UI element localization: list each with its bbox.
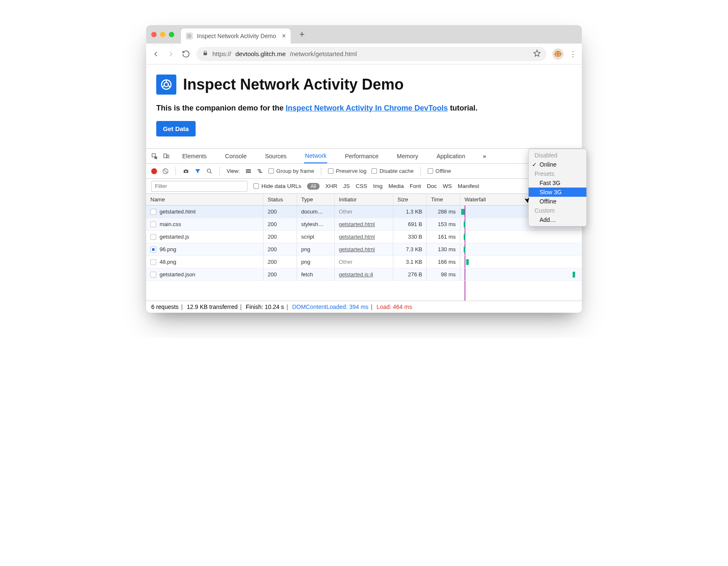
tab-performance[interactable]: Performance [344,149,379,163]
window-controls [151,32,174,37]
table-row[interactable]: getstarted.html200docum…Other1.3 KB288 m… [146,206,582,218]
minimize-window-icon[interactable] [160,32,165,37]
file-icon [150,247,156,252]
large-rows-icon[interactable] [245,168,252,175]
initiator-link[interactable]: getstarted.html [339,246,375,252]
menu-item-slow-3g[interactable]: Slow 3G [529,188,586,197]
page-intro: This is the companion demo for the Inspe… [156,104,572,113]
tab-sources[interactable]: Sources [264,149,287,163]
initiator-link[interactable]: getstarted.html [339,221,375,227]
table-row[interactable]: 48.png200pngOther3.1 KB166 ms [146,256,582,268]
filter-chip-font[interactable]: Font [410,183,421,189]
intro-prefix: This is the companion demo for the [156,104,286,112]
hide-data-urls-checkbox[interactable]: Hide data URLs [253,183,301,189]
file-icon [150,272,156,278]
svg-rect-13 [258,169,261,170]
svg-rect-15 [259,172,262,173]
tutorial-link[interactable]: Inspect Network Activity In Chrome DevTo… [286,104,448,112]
summary-requests: 6 requests [151,304,178,310]
browser-window: Inspect Network Activity Demo × + https:… [146,25,582,313]
svg-point-3 [164,82,168,87]
table-row[interactable]: main.css200stylesh…getstarted.html691 B1… [146,218,582,231]
col-type[interactable]: Type [297,194,335,205]
col-time[interactable]: Time [427,194,460,205]
record-button[interactable] [151,168,157,174]
new-tab-button[interactable]: + [299,29,305,40]
col-status[interactable]: Status [263,194,297,205]
tab-elements[interactable]: Elements [181,149,207,163]
toolbar: https://devtools.glitch.me/network/getst… [146,44,582,64]
summary-load: Load: 464 ms [377,304,412,310]
file-icon [150,234,156,240]
svg-rect-12 [246,172,251,173]
back-button[interactable] [151,49,160,59]
filter-chip-css[interactable]: CSS [356,183,367,189]
svg-point-0 [188,34,191,38]
device-toggle-icon[interactable] [163,153,170,160]
table-header: NameStatusTypeInitiatorSizeTimeWaterfall [146,194,582,206]
menu-item-online[interactable]: Online [529,160,586,169]
filter-toggle-icon[interactable] [194,168,201,175]
offline-checkbox[interactable]: Offline [428,168,451,174]
bookmark-icon[interactable] [533,49,541,58]
menu-header: Custom [529,206,586,215]
screenshot-icon[interactable] [183,168,189,175]
menu-item-offline[interactable]: Offline [529,197,586,206]
close-tab-icon[interactable]: × [282,33,286,39]
chrome-menu-icon[interactable]: ⋮ [569,49,577,59]
group-by-frame-checkbox[interactable]: Group by frame [268,168,314,174]
fullscreen-window-icon[interactable] [169,32,174,37]
tab-application[interactable]: Application [436,149,466,163]
network-table: NameStatusTypeInitiatorSizeTimeWaterfall… [146,194,582,301]
filter-chip-xhr[interactable]: XHR [325,183,338,189]
devtools-panel: ElementsConsoleSourcesNetworkPerformance… [146,148,582,313]
filter-chip-img[interactable]: Img [373,183,383,189]
close-window-icon[interactable] [151,32,157,37]
chrome-logo-icon [156,75,176,95]
col-size[interactable]: Size [393,194,427,205]
waterfall-view-icon[interactable] [257,168,263,175]
search-icon[interactable] [206,168,213,175]
table-spacer [146,281,582,301]
url-scheme: https:// [212,50,231,57]
initiator-link[interactable]: getstarted.js:4 [339,271,373,278]
filter-chip-doc[interactable]: Doc [427,183,437,189]
forward-button[interactable] [166,49,176,59]
page-content: Inspect Network Activity Demo This is th… [146,64,582,148]
disable-cache-checkbox[interactable]: Disable cache [372,168,414,174]
filter-input[interactable] [151,181,248,192]
browser-tab[interactable]: Inspect Network Activity Demo × [181,28,291,44]
table-row[interactable]: getstarted.json200fetchgetstarted.js:427… [146,268,582,281]
reload-button[interactable] [181,49,191,59]
tab-network[interactable]: Network [304,149,327,163]
clear-icon[interactable] [162,168,169,175]
menu-item-add-[interactable]: Add… [529,215,586,224]
svg-point-8 [185,170,187,172]
col-name[interactable]: Name [146,194,263,205]
filter-chip-manifest[interactable]: Manifest [458,183,479,189]
profile-avatar[interactable]: 🐵 [552,49,563,59]
svg-rect-11 [246,170,251,171]
initiator-link[interactable]: getstarted.html [339,234,375,240]
intro-suffix: tutorial. [448,104,478,112]
preserve-log-checkbox[interactable]: Preserve log [328,168,367,174]
filter-chip-js[interactable]: JS [343,183,350,189]
tab-title: Inspect Network Activity Demo [197,33,276,39]
summary-transferred: 12.9 KB transferred [187,304,238,310]
throttling-menu: DisabledOnlinePresetsFast 3GSlow 3GOffli… [528,149,587,226]
filter-chip-media[interactable]: Media [388,183,404,189]
view-label: View: [227,168,240,174]
tab-strip: Inspect Network Activity Demo × + [146,25,582,44]
tab-console[interactable]: Console [224,149,247,163]
col-initiator[interactable]: Initiator [335,194,393,205]
menu-item-fast-3g[interactable]: Fast 3G [529,178,586,188]
inspect-element-icon[interactable] [151,153,158,160]
get-data-button[interactable]: Get Data [156,121,196,136]
filter-chip-ws[interactable]: WS [443,183,452,189]
table-row[interactable]: getstarted.js200scriptgetstarted.html330… [146,231,582,243]
tab-memory[interactable]: Memory [396,149,419,163]
address-bar[interactable]: https://devtools.glitch.me/network/getst… [196,47,547,61]
table-row[interactable]: 96.png200pnggetstarted.html7.3 KB130 ms [146,243,582,256]
devtools-more-tabs-icon[interactable]: » [483,153,486,160]
filter-chip-all[interactable]: All [307,183,319,190]
